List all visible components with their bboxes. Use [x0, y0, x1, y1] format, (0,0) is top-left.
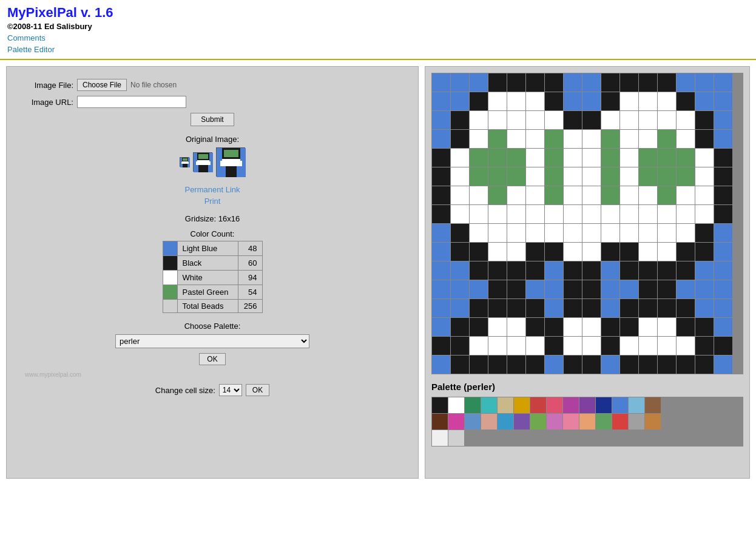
- palette-color-swatch[interactable]: [448, 414, 464, 430]
- pixel-cell[interactable]: [714, 299, 732, 317]
- palette-color-swatch[interactable]: [481, 414, 497, 430]
- pixel-cell[interactable]: [507, 261, 525, 280]
- palette-color-swatch[interactable]: [465, 414, 481, 430]
- pixel-cell[interactable]: [658, 318, 676, 336]
- pixel-cell[interactable]: [601, 186, 619, 204]
- pixel-cell[interactable]: [658, 130, 676, 148]
- pixel-cell[interactable]: [677, 224, 695, 242]
- pixel-cell[interactable]: [470, 73, 488, 92]
- pixel-cell[interactable]: [582, 111, 601, 129]
- pixel-cell[interactable]: [564, 337, 582, 355]
- pixel-cell[interactable]: [658, 92, 676, 110]
- pixel-cell[interactable]: [582, 167, 601, 186]
- pixel-cell[interactable]: [564, 356, 582, 374]
- pixel-cell[interactable]: [639, 224, 657, 242]
- pixel-cell[interactable]: [620, 318, 638, 336]
- pixel-cell[interactable]: [601, 243, 619, 261]
- pixel-cell[interactable]: [507, 243, 525, 261]
- pixel-cell[interactable]: [658, 205, 676, 223]
- pixel-cell[interactable]: [714, 186, 732, 204]
- pixel-cell[interactable]: [488, 205, 507, 223]
- pixel-cell[interactable]: [639, 261, 657, 280]
- pixel-cell[interactable]: [639, 318, 657, 336]
- pixel-cell[interactable]: [545, 167, 563, 186]
- pixel-cell[interactable]: [677, 337, 695, 355]
- palette-color-swatch[interactable]: [448, 430, 464, 446]
- pixel-cell[interactable]: [451, 280, 469, 298]
- pixel-cell[interactable]: [507, 280, 525, 298]
- palette-color-swatch[interactable]: [514, 397, 530, 413]
- pixel-cell[interactable]: [620, 73, 638, 92]
- pixel-cell[interactable]: [714, 261, 732, 280]
- pixel-cell[interactable]: [526, 243, 544, 261]
- pixel-cell[interactable]: [620, 186, 638, 204]
- pixel-cell[interactable]: [545, 280, 563, 298]
- pixel-cell[interactable]: [601, 356, 619, 374]
- pixel-cell[interactable]: [658, 73, 676, 92]
- cellsize-ok-button[interactable]: OK: [246, 384, 269, 396]
- pixel-cell[interactable]: [507, 167, 525, 186]
- pixel-cell[interactable]: [695, 111, 714, 129]
- pixel-cell[interactable]: [695, 356, 714, 374]
- pixel-cell[interactable]: [526, 337, 544, 355]
- pixel-cell[interactable]: [639, 149, 657, 167]
- pixel-cell[interactable]: [582, 205, 601, 223]
- pixel-cell[interactable]: [564, 318, 582, 336]
- pixel-cell[interactable]: [564, 299, 582, 317]
- pixel-cell[interactable]: [639, 280, 657, 298]
- pixel-cell[interactable]: [677, 280, 695, 298]
- pixel-cell[interactable]: [488, 92, 507, 110]
- pixel-cell[interactable]: [545, 73, 563, 92]
- palette-color-swatch[interactable]: [432, 414, 448, 430]
- pixel-cell[interactable]: [601, 337, 619, 355]
- pixel-cell[interactable]: [432, 167, 450, 186]
- pixel-cell[interactable]: [470, 205, 488, 223]
- pixel-cell[interactable]: [488, 356, 507, 374]
- pixel-cell[interactable]: [526, 205, 544, 223]
- pixel-cell[interactable]: [601, 224, 619, 242]
- pixel-cell[interactable]: [432, 205, 450, 223]
- pixel-cell[interactable]: [582, 337, 601, 355]
- palette-color-swatch[interactable]: [645, 414, 661, 430]
- pixel-cell[interactable]: [714, 337, 732, 355]
- palette-color-swatch[interactable]: [481, 397, 497, 413]
- pixel-cell[interactable]: [545, 318, 563, 336]
- pixel-cell[interactable]: [451, 92, 469, 110]
- pixel-cell[interactable]: [639, 337, 657, 355]
- pixel-cell[interactable]: [714, 318, 732, 336]
- pixel-cell[interactable]: [639, 299, 657, 317]
- pixel-cell[interactable]: [451, 356, 469, 374]
- pixel-cell[interactable]: [620, 261, 638, 280]
- pixel-cell[interactable]: [451, 299, 469, 317]
- pixel-cell[interactable]: [564, 261, 582, 280]
- pixel-cell[interactable]: [564, 149, 582, 167]
- pixel-cell[interactable]: [620, 167, 638, 186]
- pixel-cell[interactable]: [432, 130, 450, 148]
- pixel-cell[interactable]: [470, 186, 488, 204]
- pixel-cell[interactable]: [620, 92, 638, 110]
- pixel-cell[interactable]: [601, 318, 619, 336]
- pixel-cell[interactable]: [677, 186, 695, 204]
- pixel-cell[interactable]: [658, 224, 676, 242]
- pixel-cell[interactable]: [488, 318, 507, 336]
- pixel-cell[interactable]: [451, 337, 469, 355]
- palette-color-swatch[interactable]: [448, 397, 464, 413]
- pixel-cell[interactable]: [695, 261, 714, 280]
- pixel-cell[interactable]: [658, 111, 676, 129]
- pixel-cell[interactable]: [695, 73, 714, 92]
- pixel-cell[interactable]: [432, 318, 450, 336]
- pixel-cell[interactable]: [545, 224, 563, 242]
- pixel-cell[interactable]: [620, 149, 638, 167]
- pixel-cell[interactable]: [470, 299, 488, 317]
- pixel-cell[interactable]: [582, 149, 601, 167]
- pixel-cell[interactable]: [582, 261, 601, 280]
- print-link[interactable]: Print: [19, 197, 406, 206]
- pixel-cell[interactable]: [526, 130, 544, 148]
- palette-editor-link[interactable]: Palette Editor: [7, 45, 749, 54]
- palette-color-swatch[interactable]: [547, 397, 562, 413]
- pixel-cell[interactable]: [714, 224, 732, 242]
- pixel-cell[interactable]: [677, 111, 695, 129]
- pixel-cell[interactable]: [545, 92, 563, 110]
- pixel-cell[interactable]: [601, 73, 619, 92]
- pixel-cell[interactable]: [470, 149, 488, 167]
